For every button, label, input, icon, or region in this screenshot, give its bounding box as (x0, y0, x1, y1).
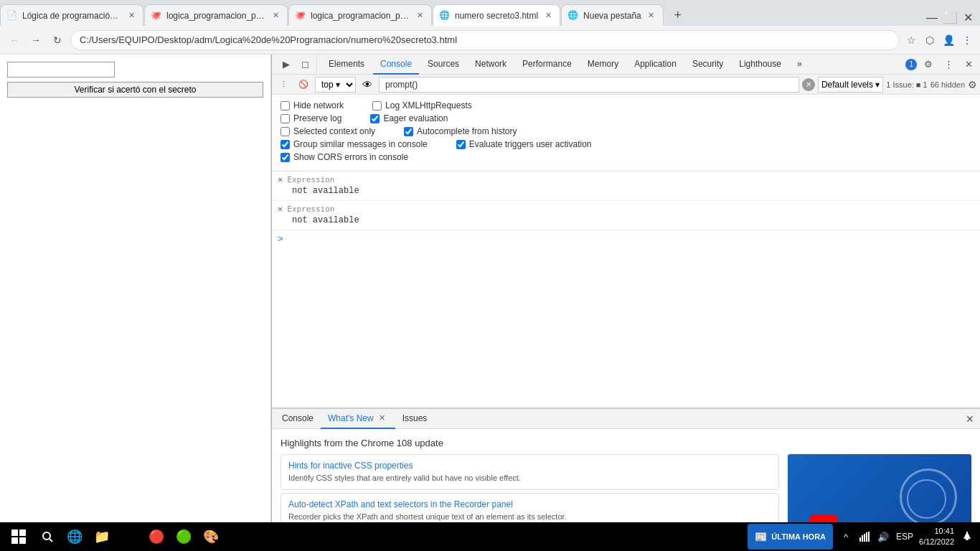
cb-eager-eval-input[interactable] (370, 114, 380, 123)
devtools-settings-icon[interactable]: ⚙ (920, 56, 937, 73)
tab-close-1[interactable]: ✕ (126, 10, 137, 22)
bottom-tab-whats-new[interactable]: What's New ✕ (321, 409, 395, 429)
taskbar-security[interactable]: 🛡 (118, 525, 141, 548)
cb-selected-ctx-input[interactable] (281, 127, 290, 136)
cb-preserve-log-input[interactable] (281, 114, 290, 123)
cb-selected-ctx[interactable]: Selected context only (281, 126, 375, 136)
cb-eager-eval-label: Eager evaluation (383, 113, 448, 123)
console-eye-icon[interactable]: 👁 (359, 76, 376, 93)
whats-new-close-icon[interactable]: ✕ (377, 413, 388, 424)
settings-row-3: Selected context only Autocomplete from … (281, 126, 971, 136)
maximize-button[interactable]: ⬜ (942, 9, 959, 26)
systray-chevron[interactable]: ^ (839, 529, 853, 544)
console-context-select[interactable]: top ▾ (315, 77, 356, 93)
taskbar-figma[interactable]: 🎨 (199, 525, 222, 548)
cb-group-similar[interactable]: Group similar messages in console (281, 139, 428, 149)
verify-button[interactable]: Verificar si acertó con el secreto (7, 82, 263, 98)
systray-network[interactable] (857, 529, 872, 544)
tab-close-4[interactable]: ✕ (542, 10, 554, 22)
profile-icon[interactable]: 👤 (941, 33, 956, 47)
expr-close-2[interactable]: ✕ (278, 204, 283, 214)
devtools-more-icon[interactable]: ⋮ (940, 56, 957, 73)
cb-cors-errors-input[interactable] (281, 153, 290, 162)
tab-label-1: Lógica de programación: Co (22, 11, 121, 21)
svg-rect-9 (866, 532, 867, 542)
forward-button[interactable]: → (27, 32, 44, 49)
tab-console[interactable]: Console (373, 55, 419, 75)
feature-card-1[interactable]: Hints for inactive CSS properties Identi… (281, 454, 779, 490)
bottom-tab-issues[interactable]: Issues (395, 409, 435, 429)
close-window-button[interactable]: ✕ (962, 9, 974, 26)
bottom-tab-console[interactable]: Console (275, 409, 321, 429)
systray-sound[interactable]: 🔊 (876, 529, 890, 544)
cb-preserve-log[interactable]: Preserve log (281, 113, 341, 123)
tab-nueva[interactable]: 🌐 Nueva pestaña ✕ (561, 4, 664, 26)
tab-sources[interactable]: Sources (420, 55, 466, 75)
cb-autocomplete-input[interactable] (404, 127, 413, 136)
console-caret[interactable]: > (272, 230, 980, 247)
tab-memory[interactable]: Memory (580, 55, 626, 75)
notification-icon[interactable] (960, 529, 974, 544)
minimize-button[interactable]: — (925, 10, 939, 26)
tab-close-3[interactable]: ✕ (414, 10, 425, 22)
expr-close-1[interactable]: ✕ (278, 174, 283, 184)
tab-logica1[interactable]: 📄 Lógica de programación: Co ✕ (0, 4, 143, 26)
tab-security[interactable]: Security (685, 55, 730, 75)
inspect-element-icon[interactable]: ▶ (278, 56, 295, 73)
back-button[interactable]: ← (6, 32, 23, 49)
cb-log-xml[interactable]: Log XMLHttpRequests (372, 100, 472, 110)
taskbar-explorer[interactable]: 📁 (90, 525, 113, 548)
tab-logica2[interactable]: 🐙 logica_programacion_parte2 ✕ (144, 4, 288, 26)
console-clear-icon[interactable]: 🚫 (295, 76, 312, 93)
tab-more[interactable]: » (790, 55, 809, 75)
cb-hide-network-input[interactable] (281, 101, 290, 110)
cb-eval-triggers[interactable]: Evaluate triggers user activation (456, 139, 592, 149)
devtools-panel: ▶ ◻ Elements Console Sources Network Per… (271, 55, 980, 551)
default-levels-select[interactable]: Default levels ▾ (818, 77, 883, 93)
tab-network[interactable]: Network (468, 55, 514, 75)
device-toggle-icon[interactable]: ◻ (296, 56, 314, 73)
cb-cors-errors[interactable]: Show CORS errors in console (281, 152, 408, 162)
tab-favicon-3: 🐙 (295, 10, 306, 22)
bookmark-icon[interactable]: ☆ (904, 33, 918, 47)
taskbar-search[interactable] (36, 525, 59, 548)
bottom-tab-bar: Console What's New ✕ Issues ✕ (272, 409, 980, 429)
new-tab-button[interactable]: + (667, 4, 689, 26)
tab-performance[interactable]: Performance (515, 55, 579, 75)
reload-button[interactable]: ↻ (49, 32, 66, 49)
console-menu-icon[interactable]: ⋮ (275, 76, 292, 93)
start-button[interactable] (6, 524, 32, 550)
yt-circle-med (907, 479, 946, 519)
tab-application[interactable]: Application (627, 55, 684, 75)
settings-row-1: Hide network Log XMLHttpRequests (281, 100, 971, 110)
bottom-panel-close[interactable]: ✕ (963, 412, 977, 426)
taskbar-language[interactable]: ESP (896, 532, 913, 542)
cb-autocomplete[interactable]: Autocomplete from history (404, 126, 517, 136)
tab-close-5[interactable]: ✕ (646, 10, 657, 22)
cb-eval-triggers-input[interactable] (456, 140, 466, 149)
taskbar-chrome[interactable]: 🟢 (172, 525, 195, 548)
cb-group-similar-input[interactable] (281, 140, 290, 149)
tab-lighthouse[interactable]: Lighthouse (732, 55, 788, 75)
taskbar-edge[interactable]: 🌐 (63, 525, 86, 548)
menu-icon[interactable]: ⋮ (960, 33, 974, 47)
console-search-input[interactable] (379, 77, 799, 93)
feature-desc-2: Recorder picks the XPath and shortest un… (288, 512, 771, 522)
secret-input[interactable] (7, 62, 115, 77)
taskbar-time[interactable]: 10:41 6/12/2022 (919, 526, 954, 548)
console-gear-icon[interactable]: ⚙ (968, 79, 977, 90)
cb-eager-eval[interactable]: Eager evaluation (370, 113, 448, 123)
cb-log-xml-input[interactable] (372, 101, 382, 110)
taskbar-opera[interactable]: 🔴 (145, 525, 168, 548)
address-input[interactable] (70, 30, 900, 50)
tab-numero-secreto[interactable]: 🌐 numero secreto3.html ✕ (433, 4, 560, 26)
console-search-clear[interactable]: ✕ (802, 78, 815, 91)
clock-date: 6/12/2022 (919, 537, 954, 547)
tab-elements[interactable]: Elements (321, 55, 372, 75)
taskbar-news[interactable]: 📰 ÚLTIMA HORA (748, 524, 833, 550)
devtools-close-icon[interactable]: ✕ (960, 56, 977, 73)
cb-hide-network[interactable]: Hide network (281, 100, 344, 110)
tab-logica3[interactable]: 🐙 logica_programacion_parte2 ✕ (288, 4, 432, 26)
tab-close-2[interactable]: ✕ (270, 10, 281, 22)
screenshot-icon[interactable]: ⬡ (923, 33, 937, 47)
